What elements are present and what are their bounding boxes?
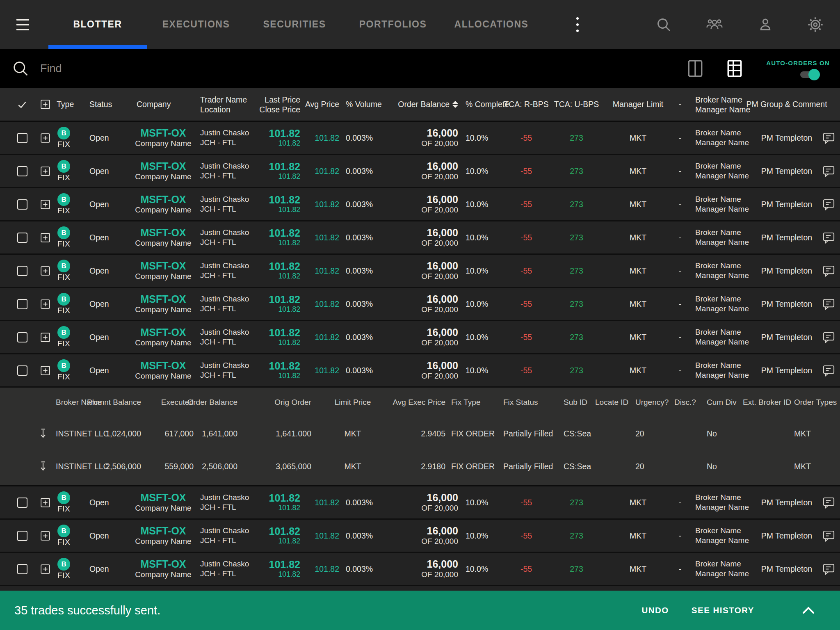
see-history-button[interactable]: SEE HISTORY [692,605,754,615]
header-complete[interactable]: % Complete [465,100,504,109]
header-tca-u-bps[interactable]: TCA: U-BPS [549,100,604,109]
placement-down-arrow-icon [39,428,48,439]
tab-allocations[interactable]: ALLOCATIONS [442,0,541,49]
undo-button[interactable]: UNDO [641,605,669,615]
comment-icon[interactable] [822,264,835,278]
header-manager-limit[interactable]: Manager Limit [604,100,672,109]
top-nav: BLOTTER EXECUTIONS SECURITIES PORTFOLIOS… [0,0,840,49]
header-last-price[interactable]: Last PriceClose Price [262,95,311,114]
expand-row-icon[interactable] [40,530,51,541]
kebab-menu-icon[interactable] [573,0,582,49]
team-icon[interactable] [705,16,724,33]
header-volume[interactable]: % Volume [346,100,391,109]
order-row[interactable]: B FIX Open MSFT-OX Company Name Justin C… [0,354,840,388]
cell-pm-group: PM Templeton [756,167,817,176]
expand-row-icon[interactable] [40,132,51,144]
row-checkbox[interactable] [17,498,27,508]
tab-portfolios[interactable]: PORTFOLIOS [344,0,442,49]
order-row[interactable]: B FIX Open MSFT-OX Company Name Justin C… [0,520,840,553]
settings-gear-icon[interactable] [807,16,824,33]
comment-icon[interactable] [822,198,835,211]
tab-executions[interactable]: EXECUTIONS [147,0,245,49]
comment-icon[interactable] [822,364,835,377]
cell-company: MSFT-OX Company Name [130,227,196,248]
cell-pm-group: PM Templeton [756,266,817,276]
header-tca-r-bps[interactable]: TCA: R-BPS [504,100,549,109]
buy-type-badge: B [57,525,70,537]
expand-row-icon[interactable] [40,232,51,243]
header-dash[interactable]: - [672,100,688,109]
expand-row-icon[interactable] [40,365,51,376]
header-order-balance[interactable]: Order Balance [391,100,465,109]
order-row[interactable]: B FIX Open MSFT-OX Company Name Justin C… [0,288,840,321]
auto-orders-toggle[interactable] [800,71,820,78]
account-icon[interactable] [757,16,774,33]
header-company[interactable]: Company [130,100,196,109]
cell-complete: 10.0% [465,333,504,342]
placement-row[interactable]: INSTINET LLC 2,506,000 559,000 2,506,000… [0,450,840,483]
comment-icon[interactable] [822,231,835,244]
row-checkbox[interactable] [17,166,27,176]
expand-row-icon[interactable] [40,332,51,343]
expand-row-icon[interactable] [40,265,51,276]
order-row[interactable]: B FIX Open MSFT-OX Company Name Justin C… [0,155,840,188]
hamburger-menu-icon[interactable] [0,0,48,49]
comment-icon[interactable] [822,297,835,311]
sort-icon[interactable] [452,101,458,108]
row-checkbox[interactable] [17,133,27,143]
order-row[interactable]: B FIX Open MSFT-OX Company Name Justin C… [0,553,840,586]
row-checkbox[interactable] [17,365,27,376]
comment-icon[interactable] [822,164,835,178]
find-input[interactable] [40,62,286,75]
row-checkbox[interactable] [17,233,27,243]
row-checkbox[interactable] [17,299,27,309]
search-icon[interactable] [655,16,672,33]
row-checkbox[interactable] [17,332,27,342]
tab-blotter[interactable]: BLOTTER [48,0,147,49]
placement-row[interactable]: INSTINET LLC 1,024,000 617,000 1,641,000… [0,417,840,450]
expand-row-icon[interactable] [40,166,51,177]
cell-dash: - [672,233,688,242]
header-avg-price[interactable]: Avg Price [311,100,346,109]
row-checkbox[interactable] [17,266,27,276]
select-all-check-icon[interactable] [17,99,27,110]
subheader-fix-type: Fix Type [447,398,500,407]
expand-all-icon[interactable] [40,99,51,110]
header-pm-group[interactable]: PM Group & Comment [756,100,817,109]
tab-securities[interactable]: SECURITIES [245,0,344,49]
fix-label: FIX [57,372,70,381]
row-checkbox[interactable] [17,531,27,541]
header-trader[interactable]: Trader NameLocation [196,95,262,114]
cell-manager-limit: MKT [604,167,672,176]
header-type[interactable]: Type [57,100,85,109]
expand-row-icon[interactable] [40,497,51,508]
comment-icon[interactable] [822,562,835,576]
expand-row-icon[interactable] [40,564,51,575]
comment-icon[interactable] [822,131,835,145]
order-row[interactable]: B FIX Open MSFT-OX Company Name Justin C… [0,321,840,354]
order-row[interactable]: B FIX Open MSFT-OX Company Name Justin C… [0,486,840,520]
cell-manager-limit: MKT [604,233,672,242]
chevron-up-icon[interactable] [801,606,815,615]
expand-row-icon[interactable] [40,299,51,310]
cell-company: MSFT-OX Company Name [130,559,196,580]
table-view-icon[interactable] [727,59,742,78]
cell-manager-limit: MKT [604,299,672,309]
row-checkbox[interactable] [17,564,27,574]
order-row[interactable]: B FIX Open MSFT-OX Company Name Justin C… [0,221,840,255]
fix-label: FIX [57,571,70,580]
comment-icon[interactable] [822,529,835,543]
expand-row-icon[interactable] [40,199,51,210]
cell-trader: Justin Chasko JCH - FTL [196,261,262,281]
header-status[interactable]: Status [85,100,130,109]
cell-company: MSFT-OX Company Name [130,194,196,215]
row-checkbox[interactable] [17,199,27,210]
header-broker-manager[interactable]: Broker NameManager Name [688,95,756,114]
split-view-icon[interactable] [687,59,703,78]
order-row[interactable]: B FIX Open MSFT-OX Company Name Justin C… [0,255,840,288]
order-row[interactable]: B FIX Open MSFT-OX Company Name Justin C… [0,122,840,155]
comment-icon[interactable] [822,496,835,509]
cell-company: MSFT-OX Company Name [130,525,196,546]
order-row[interactable]: B FIX Open MSFT-OX Company Name Justin C… [0,188,840,221]
comment-icon[interactable] [822,331,835,344]
